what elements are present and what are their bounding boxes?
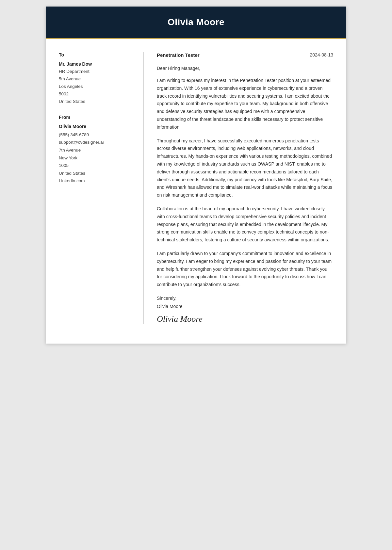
salutation: Dear Hiring Manager, (157, 66, 333, 71)
recipient-country: United States (59, 98, 130, 105)
paragraph-4: I am particularly drawn to your company'… (157, 250, 333, 289)
sender-email: support@cvdesigner.ai (59, 138, 130, 146)
right-header: Penetration Tester 2024-08-13 (157, 52, 333, 58)
closing: Sincerely, (157, 295, 333, 302)
sender-phone: (555) 345-6789 (59, 131, 130, 139)
right-column: Penetration Tester 2024-08-13 Dear Hirin… (144, 52, 346, 324)
content: To Mr. James Dow HR Department 5th Avenu… (46, 39, 346, 344)
signature: Olivia Moore (157, 314, 333, 324)
recipient-name: Mr. James Dow (59, 61, 130, 67)
header-name: Olivia Moore (59, 17, 333, 27)
recipient-department: HR Department (59, 68, 130, 75)
job-title: Penetration Tester (157, 52, 200, 58)
letter-date: 2024-08-13 (310, 52, 333, 57)
page: Olivia Moore To Mr. James Dow HR Departm… (46, 7, 346, 344)
recipient-city: Los Angeles (59, 83, 130, 90)
sender-zip: 1005 (59, 162, 130, 170)
sender-linkedin: Linkedin.com (59, 177, 130, 185)
header: Olivia Moore (46, 7, 346, 38)
sender-name: Olivia Moore (59, 124, 130, 129)
from-label: From (59, 115, 130, 120)
sender-street: 7th Avenue (59, 146, 130, 154)
closing-name: Olivia Moore (157, 304, 333, 309)
paragraph-3: Collaboration is at the heart of my appr… (157, 205, 333, 244)
left-column: To Mr. James Dow HR Department 5th Avenu… (46, 52, 144, 324)
sender-city: New York (59, 154, 130, 162)
paragraph-1: I am writing to express my interest in t… (157, 77, 333, 131)
paragraph-2: Throughout my career, I have successfull… (157, 137, 333, 199)
recipient-street: 5th Avenue (59, 75, 130, 83)
sender-country: United States (59, 170, 130, 177)
to-label: To (59, 52, 130, 57)
recipient-zip: 5002 (59, 90, 130, 98)
